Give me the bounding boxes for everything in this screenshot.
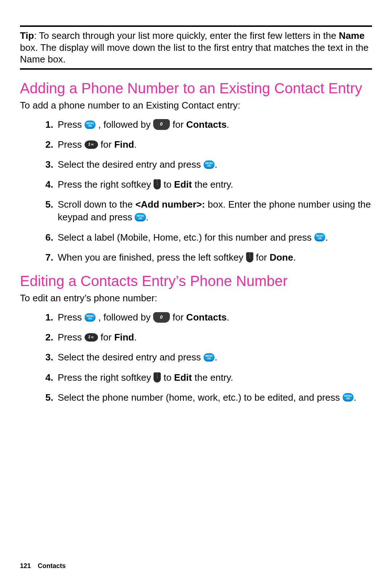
right-softkey-icon [154,372,161,383]
step: 4. Press the right softkey to Edit the e… [45,371,372,384]
step: 2. Press 1 for Find. [45,138,372,151]
heading-add-number: Adding a Phone Number to an Existing Con… [20,80,372,97]
step-text: for [256,252,270,263]
step-text: . [146,212,148,222]
step-bold: Done [270,252,293,263]
step-number: 4. [45,371,53,384]
step-number: 1. [45,311,53,324]
step-bold: <Add number>: [135,199,205,210]
step: 5. Select the phone number (home, work, … [45,391,372,404]
step-text: Select the desired entry and press [58,352,204,363]
tip-text-a: : To search through your list more quick… [34,30,339,41]
step-text: Select a label (Mobile, Home, etc.) for … [58,232,314,243]
step-text: Press the right softkey [58,372,154,383]
intro-edit-number: To edit an entry’s phone number: [20,292,372,304]
page-number: 121 [20,562,31,569]
step-text: . [354,392,356,403]
step-text: . [293,252,296,263]
step-text: to [164,179,174,190]
step-text: for [101,332,114,343]
step-text: to [164,372,174,383]
zero-key-icon [153,312,170,323]
tip-box: Tip: To search through your list more qu… [20,25,372,70]
step-number: 2. [45,138,53,151]
zero-key-icon [153,119,170,130]
intro-add-number: To add a phone number to an Existing Con… [20,99,372,111]
step-number: 3. [45,158,53,171]
step: 3. Select the desired entry and press ME… [45,158,372,171]
step: 4. Press the right softkey to Edit the e… [45,178,372,191]
step-text: Scroll down to the [58,199,135,210]
step-number: 5. [45,391,53,404]
step-bold: Contacts [186,119,226,130]
left-softkey-icon [246,252,253,262]
menu-ok-key-icon: MENUOK [85,313,96,322]
step-number: 4. [45,178,53,191]
step: 7. When you are finished, press the left… [45,251,372,264]
step-text: , followed by [98,312,154,323]
step-text: . [134,332,137,343]
steps-add-number: 1. Press MENUOK , followed by for Contac… [20,118,372,264]
step-text: . [215,159,217,170]
menu-ok-key-icon: MENUOK [204,160,215,169]
step: 6. Select a label (Mobile, Home, etc.) f… [45,231,372,244]
step: 5. Scroll down to the <Add number>: box.… [45,198,372,224]
step-text: for [173,312,187,323]
menu-ok-key-icon: MENUOK [135,213,146,221]
step-bold: Find [114,139,134,150]
step-text: Press the right softkey [58,179,154,190]
step-text: the entry. [192,372,233,383]
step-number: 2. [45,331,53,344]
step-number: 7. [45,251,53,264]
step-text: . [226,312,229,323]
step-number: 1. [45,118,53,131]
footer-section: Contacts [38,562,66,569]
step-text: , followed by [98,119,154,130]
step-bold: Edit [174,179,192,190]
step-number: 6. [45,231,53,244]
step: 1. Press MENUOK , followed by for Contac… [45,311,372,324]
step-number: 3. [45,351,53,364]
step-text: . [226,119,229,130]
page-footer: 121 Contacts [20,562,66,570]
step-text: . [325,232,328,243]
one-key-icon: 1 [85,140,98,149]
tip-label: Tip [20,30,34,41]
step-text: for [101,139,114,150]
step-bold: Find [114,332,134,343]
step-text: Select the desired entry and press [58,159,204,170]
tip-bold-name: Name [339,30,365,41]
menu-ok-key-icon: MENUOK [85,121,96,129]
step-text: for [173,119,187,130]
step-text: the entry. [192,179,233,190]
step-text: Press [58,119,85,130]
step-text: Press [58,139,85,150]
one-key-icon: 1 [85,333,98,342]
steps-edit-number: 1. Press MENUOK , followed by for Contac… [20,311,372,404]
step-text: When you are finished, press the left so… [58,252,246,263]
menu-ok-key-icon: MENUOK [204,353,215,362]
heading-edit-number: Editing a Contacts Entry’s Phone Number [20,273,372,289]
step-text: Select the phone number (home, work, etc… [58,392,343,403]
step-text: . [215,352,217,363]
menu-ok-key-icon: MENUOK [314,233,326,241]
step: 1. Press MENUOK , followed by for Contac… [45,118,372,131]
tip-text-b: box. The display will move down the list… [20,42,369,65]
step-text: Press [58,312,85,323]
step: 3. Select the desired entry and press ME… [45,351,372,364]
step-bold: Contacts [186,312,226,323]
step: 2. Press 1 for Find. [45,331,372,344]
step-text: Press [58,332,85,343]
right-softkey-icon [154,179,161,189]
step-text: . [134,139,137,150]
step-bold: Edit [174,372,192,383]
step-number: 5. [45,198,53,211]
menu-ok-key-icon: MENUOK [343,393,354,401]
